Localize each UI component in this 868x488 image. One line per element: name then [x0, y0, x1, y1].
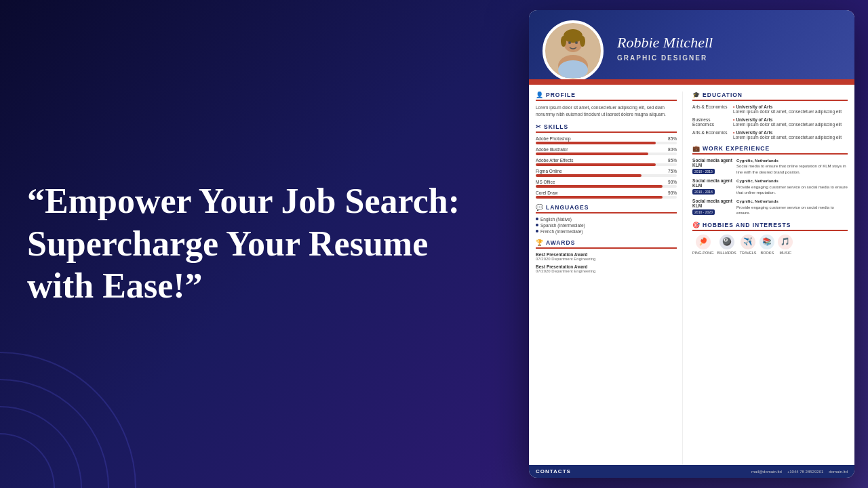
resume-card: Robbie Mitchell GRAPHIC DESIGNER 👤 PROFI…: [529, 10, 854, 478]
left-panel: “Empower Your Job Search: Supercharge Yo…: [0, 140, 529, 348]
award-item: Best Presentation Award 07/2020 Departme…: [536, 252, 677, 261]
award-item: Best Presentation Award 07/2020 Departme…: [536, 264, 677, 273]
avatar-image: [546, 24, 600, 78]
skill-bar-bg: [536, 152, 677, 155]
awards-list: Best Presentation Award 07/2020 Departme…: [536, 252, 677, 273]
work-left: Social media agent KLM 2010 - 2020: [692, 199, 733, 216]
resume-footer: CONTACTS mail@domain.ltd +1044 78 285292…: [529, 465, 854, 478]
work-role: Social media agent KLM: [692, 158, 733, 167]
skills-icon: ✂: [536, 123, 542, 130]
languages-title: 💬 LANGUAGES: [536, 204, 677, 214]
skills-section: ✂ SKILLS Adobe Photoshop 85% Adobe Illus…: [536, 123, 677, 199]
skill-percent: 85%: [668, 158, 677, 163]
skill-name: Figma Online: [536, 169, 562, 174]
hobbies-section: 🎯 HOBBIES AND INTERESTS 🏓 PING-PONG 🎱 BI…: [692, 222, 848, 255]
skill-bar-bg: [536, 185, 677, 188]
hobbies-icon: 🎯: [692, 222, 701, 228]
skill-percent: 90%: [668, 190, 677, 195]
work-period: 2010 - 2020: [692, 209, 715, 215]
hobby-label: BILLIARDS: [717, 251, 736, 255]
work-right: Cygnific, Netherlands Social media to en…: [736, 158, 848, 175]
award-title: Best Presentation Award: [536, 264, 677, 269]
svg-point-9: [561, 36, 566, 47]
svg-point-0: [0, 434, 54, 488]
hobby-icon: 📚: [760, 235, 774, 249]
hobbies-list: 🏓 PING-PONG 🎱 BILLIARDS ✈️ TRAVELS 📚 BOO…: [692, 235, 848, 255]
skill-bar-fill: [536, 163, 656, 166]
lang-name: Spanish (Intermediate): [540, 223, 585, 228]
profile-section: 👤 PROFILE Lorem ipsum dolor sit amet, co…: [536, 92, 677, 118]
edu-detail: •University of Arts Lorem ipsum dolor si…: [733, 104, 842, 114]
skill-bar-bg: [536, 174, 677, 177]
hobby-label: PING-PONG: [692, 251, 713, 255]
skills-title: ✂ SKILLS: [536, 123, 677, 133]
hobby-icon: 🎱: [719, 235, 734, 249]
work-period: 2010 - 2018: [692, 189, 715, 195]
skill-name: Corel Draw: [536, 190, 558, 195]
skill-item: Figma Online 75%: [536, 169, 677, 177]
award-title: Best Presentation Award: [536, 252, 677, 257]
edu-field: Arts & Economics: [692, 104, 730, 114]
resume-title: GRAPHIC DESIGNER: [617, 54, 713, 62]
skill-item: Adobe Illustrator 80%: [536, 147, 677, 155]
skill-percent: 85%: [668, 136, 677, 141]
education-item: Arts & Economics •University of Arts Lor…: [692, 130, 848, 140]
skill-item: Adobe Photoshop 85%: [536, 136, 677, 144]
work-item: Social media agent KLM 2010 - 2015 Cygni…: [692, 158, 848, 175]
awards-icon: 🏆: [536, 239, 544, 246]
svg-point-2: [0, 380, 108, 488]
skill-percent: 80%: [668, 147, 677, 152]
skill-bar-bg: [536, 196, 677, 199]
language-item: French (Intermediate): [536, 229, 677, 234]
headline-text: “Empower Your Job Search: Supercharge Yo…: [27, 180, 502, 307]
hobby-item: 📚 BOOKS: [760, 235, 774, 255]
work-company: Cygnific, Netherlands: [736, 178, 848, 184]
edu-detail: •University of Arts Lorem ipsum dolor si…: [733, 130, 842, 140]
profile-text: Lorem ipsum dolor sit amet, consectetuer…: [536, 104, 677, 118]
lang-name: French (Intermediate): [540, 229, 583, 234]
edu-field: Business Economics: [692, 117, 730, 127]
skill-item: Adobe After Effects 85%: [536, 158, 677, 166]
hobby-label: TRAVELS: [740, 251, 757, 255]
work-section: 💼 WORK EXPERIENCE Social media agent KLM…: [692, 145, 848, 216]
svg-point-3: [0, 352, 136, 488]
resume-left-column: 👤 PROFILE Lorem ipsum dolor sit amet, co…: [536, 92, 683, 466]
skill-item: Corel Draw 90%: [536, 190, 677, 199]
education-list: Arts & Economics •University of Arts Lor…: [692, 104, 848, 140]
skill-bar-fill: [536, 152, 648, 155]
awards-section: 🏆 AWARDS Best Presentation Award 07/2020…: [536, 239, 677, 273]
award-date: 07/2020 Department Engineering: [536, 269, 677, 273]
skill-name: Adobe After Effects: [536, 158, 574, 163]
hobby-item: 🎱 BILLIARDS: [717, 235, 736, 255]
work-period: 2010 - 2015: [692, 169, 715, 174]
hobby-label: MUSIC: [779, 251, 791, 255]
profile-icon: 👤: [536, 92, 544, 98]
hobby-icon: 🎵: [778, 235, 793, 249]
skill-name: Adobe Illustrator: [536, 147, 568, 152]
lang-dot: [536, 218, 538, 220]
contacts-phone: +1044 78 28529201: [787, 470, 824, 474]
hobbies-title: 🎯 HOBBIES AND INTERESTS: [692, 222, 848, 231]
education-item: Arts & Economics •University of Arts Lor…: [692, 104, 848, 114]
contacts-title: CONTACTS: [536, 468, 571, 474]
language-item: English (Native): [536, 217, 677, 222]
lang-dot: [536, 230, 538, 232]
education-icon: 🎓: [692, 92, 701, 98]
education-section: 🎓 EDUCATION Arts & Economics •University…: [692, 92, 848, 140]
edu-field: Arts & Economics: [692, 130, 730, 140]
work-company: Cygnific, Netherlands: [736, 199, 848, 204]
skill-item: MS Office 90%: [536, 180, 677, 188]
resume-right-column: 🎓 EDUCATION Arts & Economics •University…: [690, 92, 848, 466]
work-role: Social media agent KLM: [692, 199, 733, 208]
edu-detail: •University of Arts Lorem ipsum dolor si…: [733, 117, 842, 127]
resume-name: Robbie Mitchell: [617, 34, 713, 52]
language-item: Spanish (Intermediate): [536, 223, 677, 228]
skill-bar-fill: [536, 196, 663, 199]
contacts-info: mail@domain.ltd +1044 78 28529201 domain…: [751, 470, 848, 474]
skill-percent: 90%: [668, 180, 677, 184]
contacts-email: mail@domain.ltd: [751, 470, 782, 474]
skill-bar-fill: [536, 185, 663, 188]
work-right: Cygnific, Netherlands Provide engaging c…: [736, 199, 848, 216]
work-desc: Provide engaging customer service on soc…: [736, 205, 848, 216]
hobby-item: 🎵 MUSIC: [778, 235, 793, 255]
